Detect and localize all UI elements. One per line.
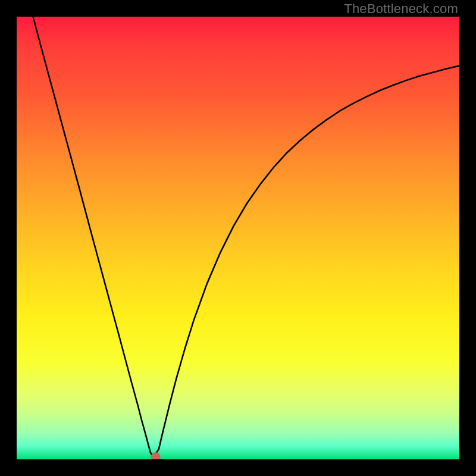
bottleneck-curve — [33, 17, 459, 455]
chart-frame: TheBottleneck.com — [0, 0, 476, 476]
minimum-marker — [151, 452, 161, 459]
chart-svg — [17, 17, 459, 459]
plot-area — [17, 17, 459, 459]
watermark-label: TheBottleneck.com — [344, 1, 458, 17]
